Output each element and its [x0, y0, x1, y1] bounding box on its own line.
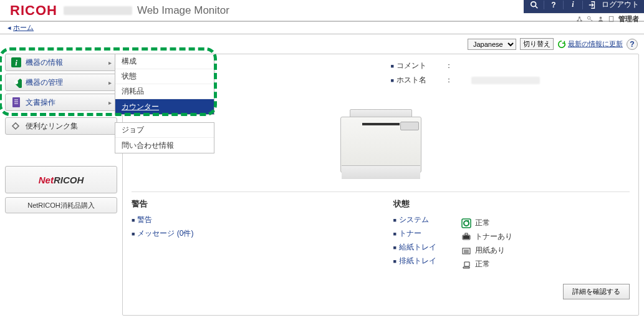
status-val-output: 正常 — [461, 259, 512, 269]
refresh-label: 最新の情報に更新 — [568, 39, 623, 49]
admin-label: 管理者 — [618, 14, 639, 24]
paper-tray-icon — [461, 246, 471, 256]
status-heading: 状態 — [393, 198, 436, 210]
submenu-item-supplies[interactable]: 消耗品 — [115, 84, 214, 99]
submenu-item-job[interactable]: ジョブ — [115, 123, 214, 138]
toner-icon — [461, 232, 471, 242]
info-icon[interactable]: i — [567, 0, 579, 11]
chevron-right-icon: ▸ — [108, 59, 112, 66]
kv-hostname-key: ホスト名 — [396, 75, 426, 84]
submenu-item-config[interactable]: 構成 — [115, 54, 214, 69]
kv-colon: ： — [445, 75, 453, 85]
logout-icon[interactable] — [587, 0, 598, 11]
sidebar-item-label: 機器の情報 — [26, 57, 63, 68]
doc-icon — [608, 16, 615, 22]
logout-link[interactable]: ログアウト — [602, 0, 639, 10]
help-icon[interactable]: ? — [548, 0, 559, 11]
link-icon — [11, 120, 22, 132]
search-icon[interactable] — [529, 0, 540, 11]
sidebar-item-links[interactable]: 便利なリンク集 — [5, 117, 117, 135]
svg-line-1 — [536, 6, 538, 8]
output-tray-icon — [461, 259, 471, 269]
status-val-system: 正常 — [461, 218, 512, 228]
sidebar-item-device-info[interactable]: i 機器の情報 ▸ — [5, 54, 117, 71]
netricoh-logo[interactable]: NetRICOH — [5, 166, 117, 193]
status-val-paper: 用紙あり — [461, 245, 512, 256]
kv-comment-key: コメント — [396, 61, 426, 70]
chevron-left-icon: ◂ — [7, 24, 11, 31]
chevron-right-icon: ▸ — [108, 99, 112, 106]
status-link-system[interactable]: ■システム — [393, 215, 436, 225]
submenu-item-status[interactable]: 状態 — [115, 69, 214, 84]
printer-image — [334, 104, 428, 179]
warning-link-messages[interactable]: ■メッセージ (0件) — [132, 228, 368, 239]
info-square-icon: i — [11, 57, 22, 68]
help-button[interactable]: ? — [627, 39, 638, 50]
svg-rect-12 — [12, 97, 20, 107]
sidebar-item-label: 機器の管理 — [26, 77, 63, 88]
svg-rect-20 — [465, 233, 468, 235]
language-select[interactable]: Japanese — [468, 39, 516, 50]
bullet-icon: ■ — [390, 63, 393, 69]
svg-point-6 — [600, 16, 602, 19]
model-name-redacted — [64, 6, 132, 15]
sidebar-item-document[interactable]: 文書操作 ▸ — [5, 94, 117, 111]
submenu-item-inquiry[interactable]: 問い合わせ情報 — [115, 138, 214, 153]
submenu-device-info: 構成 状態 消耗品 カウンター — [115, 54, 214, 115]
sidebar-item-label: 文書操作 — [26, 97, 55, 108]
breadcrumb-home[interactable]: ホーム — [13, 24, 34, 31]
status-val-toner: トナーあり — [461, 231, 512, 242]
detail-button[interactable]: 詳細を確認する — [563, 284, 630, 299]
svg-text:i: i — [15, 58, 17, 67]
status-link-output-tray[interactable]: ■排紙トレイ — [393, 256, 436, 266]
netricoh-supplies-button[interactable]: NetRICOH消耗品購入 — [5, 197, 117, 213]
document-icon — [11, 97, 22, 108]
warning-heading: 警告 — [132, 198, 368, 210]
key-icon — [587, 16, 594, 22]
svg-point-11 — [14, 80, 18, 84]
kv-colon: ： — [445, 61, 453, 71]
status-link-input-tray[interactable]: ■給紙トレイ — [393, 242, 436, 253]
warning-link-alert[interactable]: ■警告 — [132, 215, 368, 225]
submenu-item-counter[interactable]: カウンター — [115, 99, 214, 114]
sidebar-item-label: 便利なリンク集 — [26, 121, 78, 132]
normal-icon — [461, 218, 471, 228]
gear-diamond-icon — [11, 77, 22, 88]
submenu-extra: ジョブ 問い合わせ情報 — [115, 122, 214, 153]
divider — [132, 192, 630, 192]
refresh-link[interactable]: 最新の情報に更新 — [557, 39, 623, 49]
brand-logo: RICOH — [0, 2, 64, 19]
sidebar-item-device-manage[interactable]: 機器の管理 ▸ — [5, 74, 117, 91]
svg-rect-7 — [609, 16, 613, 21]
chevron-right-icon: ▸ — [108, 79, 112, 86]
user-icon — [597, 16, 604, 22]
svg-point-0 — [531, 1, 536, 6]
status-link-toner[interactable]: ■トナー — [393, 228, 436, 239]
app-title: Web Image Monitor — [137, 4, 229, 17]
network-icon — [576, 16, 583, 22]
svg-rect-19 — [463, 236, 469, 239]
hostname-redacted — [471, 77, 540, 84]
switch-button[interactable]: 切り替え — [520, 38, 554, 50]
bullet-icon: ■ — [390, 77, 393, 84]
svg-point-5 — [587, 16, 590, 19]
